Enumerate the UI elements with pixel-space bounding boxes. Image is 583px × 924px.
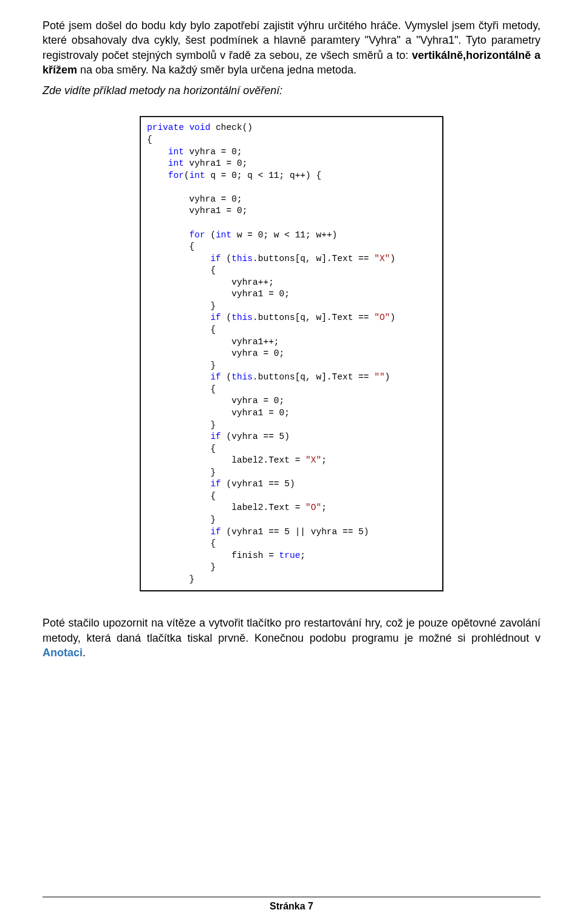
code-text: vyhra1 = 0; xyxy=(184,158,247,168)
code-keyword: int xyxy=(216,230,231,240)
code-text: (vyhra == 5) xyxy=(221,432,290,441)
page-footer: Stránka 7 xyxy=(43,897,540,913)
code-figure: private void check() { int vyhra = 0; in… xyxy=(140,116,443,591)
code-text: } xyxy=(147,574,194,584)
code-text: vyhra = 0; xyxy=(184,147,242,157)
code-text xyxy=(147,527,210,537)
code-text: label2.Text = xyxy=(147,455,305,465)
text: . xyxy=(83,647,86,659)
code-text: } xyxy=(147,420,216,430)
code-text: ( xyxy=(205,230,216,240)
code-keyword: this xyxy=(231,372,253,382)
code-text xyxy=(147,147,168,157)
code-keyword: if xyxy=(210,372,220,382)
text: na oba směry. Na každý směr byla určena … xyxy=(77,64,356,76)
code-text: ( xyxy=(221,254,231,263)
code-text xyxy=(147,432,210,441)
code-keyword: this xyxy=(231,313,253,322)
code-text xyxy=(147,254,210,263)
code-text: { xyxy=(147,384,216,394)
code-text: } xyxy=(147,301,216,311)
code-keyword: this xyxy=(231,254,253,263)
code-text: ) xyxy=(390,254,395,263)
code-text: vyhra1 = 0; xyxy=(147,206,247,216)
code-keyword: int xyxy=(189,171,205,180)
code-text: .buttons[q, w].Text == xyxy=(253,254,374,263)
code-text: ( xyxy=(184,171,189,180)
code-string: "" xyxy=(374,372,384,382)
code-text: .buttons[q, w].Text == xyxy=(253,372,374,382)
code-text: finish = xyxy=(147,551,279,560)
code-keyword: if xyxy=(210,432,220,441)
code-text: ) xyxy=(390,313,395,322)
code-text: w = 0; w < 11; w++) xyxy=(231,230,337,240)
code-text: } xyxy=(147,562,216,572)
code-keyword: int xyxy=(168,147,184,157)
code-string: "X" xyxy=(305,455,321,465)
code-text: { xyxy=(147,265,216,275)
code-text: { xyxy=(147,135,152,144)
code-keyword: if xyxy=(210,254,220,263)
code-text xyxy=(147,230,189,240)
code-text: (vyhra1 == 5 || vyhra == 5) xyxy=(221,527,369,537)
code-text: { xyxy=(147,242,194,251)
code-text: vyhra = 0; xyxy=(147,396,284,406)
code-keyword: true xyxy=(279,551,301,560)
code-text: vyhra++; xyxy=(147,277,274,287)
code-text xyxy=(147,158,168,168)
code-text: vyhra1 = 0; xyxy=(147,408,290,418)
code-text: label2.Text = xyxy=(147,503,305,512)
code-text: check() xyxy=(210,123,253,132)
code-text: { xyxy=(147,538,216,548)
code-text: ( xyxy=(221,372,231,382)
code-text: { xyxy=(147,491,216,501)
code-text: { xyxy=(147,444,216,454)
page-number: Stránka 7 xyxy=(43,900,540,913)
paragraph-2: Zde vidíte příklad metody na horizontáln… xyxy=(43,83,540,98)
code-text xyxy=(184,123,189,132)
document-page: Poté jsem došel do bodu kdy bylo zapotře… xyxy=(0,0,583,924)
code-keyword: void xyxy=(189,123,211,132)
code-text: { xyxy=(147,325,216,335)
code-string: "O" xyxy=(305,503,321,512)
code-keyword: private xyxy=(147,123,184,132)
anotace-link[interactable]: Anotaci xyxy=(43,647,83,659)
code-text: q = 0; q < 11; q++) { xyxy=(205,171,321,180)
code-text: (vyhra1 == 5) xyxy=(221,479,295,489)
code-text: ; xyxy=(321,455,327,465)
code-text: vyhra = 0; xyxy=(147,194,242,204)
code-text: } xyxy=(147,361,216,370)
code-keyword: for xyxy=(168,171,184,180)
code-text: ) xyxy=(385,372,390,382)
code-text: ( xyxy=(221,313,231,322)
code-text: } xyxy=(147,515,216,525)
text: Poté stačilo upozornit na vítěze a vytvo… xyxy=(43,617,540,644)
code-keyword: for xyxy=(189,230,205,240)
code-box: private void check() { int vyhra = 0; in… xyxy=(140,116,443,591)
code-text: vyhra1 = 0; xyxy=(147,289,290,299)
code-text: vyhra = 0; xyxy=(147,348,284,358)
code-keyword: if xyxy=(210,479,220,489)
paragraph-3: Poté stačilo upozornit na vítěze a vytvo… xyxy=(43,616,540,660)
code-text: ; xyxy=(300,551,305,560)
code-string: "O" xyxy=(374,313,390,322)
code-text: } xyxy=(147,467,216,477)
code-keyword: int xyxy=(168,158,184,168)
code-snippet: private void check() { int vyhra = 0; in… xyxy=(147,122,436,585)
code-text: ; xyxy=(321,503,327,512)
code-text xyxy=(147,313,210,322)
code-keyword: if xyxy=(210,527,220,537)
code-keyword: if xyxy=(210,313,220,322)
code-text: vyhra1++; xyxy=(147,337,279,347)
code-text xyxy=(147,372,210,382)
paragraph-1: Poté jsem došel do bodu kdy bylo zapotře… xyxy=(43,18,540,77)
footer-rule xyxy=(43,897,540,897)
code-text xyxy=(147,171,168,180)
code-text: .buttons[q, w].Text == xyxy=(253,313,374,322)
code-text xyxy=(147,479,210,489)
code-string: "X" xyxy=(374,254,390,263)
